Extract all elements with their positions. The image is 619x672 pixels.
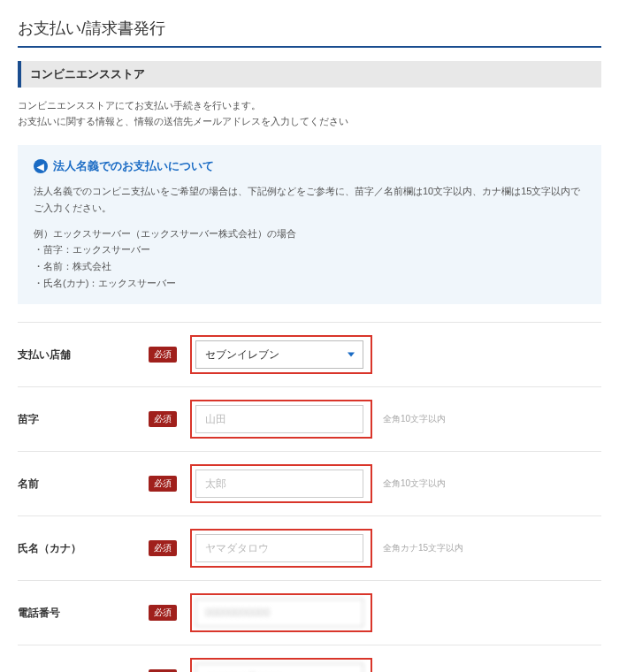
info-example-header: 例）エックスサーバー（エックスサーバー株式会社）の場合 (34, 225, 585, 242)
row-store: 支払い店舗 必須 セブンイレブン (18, 322, 601, 387)
info-box-title: ◀ 法人名義でのお支払いについて (34, 158, 585, 174)
info-box-title-text: 法人名義でのお支払いについて (53, 158, 214, 174)
label-lastname: 苗字 (18, 412, 39, 427)
label-firstname: 名前 (18, 477, 39, 492)
required-badge: 必須 (149, 605, 177, 621)
hint-lastname: 全角10文字以内 (383, 413, 446, 425)
label-store: 支払い店舗 (18, 347, 71, 363)
required-badge: 必須 (149, 540, 177, 556)
lastname-input[interactable] (195, 405, 363, 433)
form-table: 支払い店舗 必須 セブンイレブン 苗字 必須 全角10文字以内 (18, 322, 601, 672)
row-lastname: 苗字 必須 全角10文字以内 (18, 387, 601, 452)
kana-input[interactable] (195, 534, 363, 562)
label-kana: 氏名（カナ） (18, 541, 81, 556)
page-title: お支払い/請求書発行 (18, 18, 601, 48)
intro-line1: コンビニエンスストアにてお支払い手続きを行います。 (18, 98, 601, 114)
required-badge: 必須 (149, 411, 177, 427)
info-box-body: 法人名義でのコンビニ支払いをご希望の場合は、下記例などをご参考に、苗字／名前欄は… (34, 183, 585, 291)
row-email: メールアドレス 必須 aaaaaaa@aaaa (18, 645, 601, 672)
info-example-line2: ・名前：株式会社 (34, 258, 585, 275)
store-select-wrap[interactable]: セブンイレブン (195, 340, 363, 369)
row-kana: 氏名（カナ） 必須 全角カナ15文字以内 (18, 516, 601, 581)
required-badge: 必須 (149, 347, 177, 363)
phone-input[interactable]: 00000000000 (195, 599, 363, 627)
row-phone: 電話番号 必須 00000000000 (18, 581, 601, 645)
intro-line2: お支払いに関する情報と、情報の送信先メールアドレスを入力してください (18, 114, 601, 130)
intro-text: コンビニエンスストアにてお支払い手続きを行います。 お支払いに関する情報と、情報… (18, 98, 601, 129)
required-badge: 必須 (149, 476, 177, 492)
hint-firstname: 全角10文字以内 (383, 477, 446, 490)
info-body-main: 法人名義でのコンビニ支払いをご希望の場合は、下記例などをご参考に、苗字／名前欄は… (34, 183, 585, 216)
info-example-line3: ・氏名(カナ)：エックスサーバー (34, 275, 585, 292)
info-box-corporate: ◀ 法人名義でのお支払いについて 法人名義でのコンビニ支払いをご希望の場合は、下… (18, 145, 601, 304)
label-phone: 電話番号 (18, 606, 60, 621)
store-select[interactable]: セブンイレブン (195, 340, 363, 369)
hint-kana: 全角カナ15文字以内 (383, 542, 463, 554)
row-firstname: 名前 必須 全角10文字以内 (18, 452, 601, 516)
email-input[interactable]: aaaaaaa@aaaa (195, 663, 363, 672)
firstname-input[interactable] (195, 470, 363, 498)
megaphone-icon: ◀ (34, 159, 48, 173)
section-header: コンビニエンスストア (18, 61, 601, 88)
info-example-line1: ・苗字：エックスサーバー (34, 241, 585, 258)
